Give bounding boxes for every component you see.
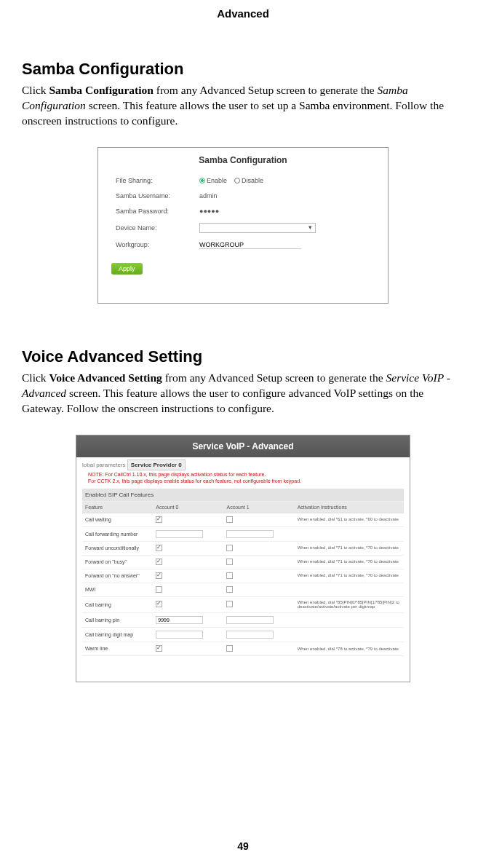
feature-cell: Call forwarding number — [82, 526, 153, 541]
checkbox-checked[interactable] — [156, 545, 162, 551]
account-1-cell — [223, 596, 294, 612]
samba-username-value[interactable]: admin — [199, 192, 218, 200]
account-1-cell — [223, 583, 294, 596]
enable-label: Enable — [207, 177, 227, 184]
table-row: Call barringWhen enabled, dial *85[PIN]0… — [82, 596, 404, 612]
samba-username-label: Samba Username: — [108, 192, 199, 200]
device-name-label: Device Name: — [108, 224, 199, 232]
text: Click — [22, 371, 49, 384]
device-name-select[interactable]: ▾ — [199, 223, 316, 233]
tab-service-provider-0[interactable]: Service Provider 0 — [127, 459, 186, 470]
samba-password-label: Samba Password: — [108, 208, 199, 215]
text-input[interactable] — [156, 616, 203, 624]
feature-cell: Call barring digit map — [82, 627, 153, 642]
text: from any Advanced Setup screen to genera… — [154, 84, 378, 96]
voip-ss-title: Service VoIP - Advanced — [76, 435, 410, 457]
voip-note: NOTE: For CallCtrl 1.10.x, this page dis… — [82, 471, 404, 484]
text-input[interactable] — [156, 530, 203, 538]
col-account-1: Account 1 — [223, 501, 294, 513]
table-row: Forward unconditionallyWhen enabled, dia… — [82, 541, 404, 555]
text-input[interactable] — [226, 616, 274, 624]
instructions-cell: When enabled, dial *71 to activate, *70 … — [295, 555, 404, 569]
table-row: Forward on "no answer"When enabled, dial… — [82, 569, 404, 583]
disable-label: Disable — [242, 177, 263, 184]
checkbox-checked[interactable] — [156, 601, 162, 607]
account-1-cell — [223, 526, 294, 541]
note-line-2: For CCTK 2.x, this page displays enable … — [88, 478, 301, 484]
checkbox-unchecked[interactable] — [226, 645, 233, 652]
account-0-cell — [153, 555, 223, 569]
feature-cell: Call barring — [82, 596, 153, 612]
feature-cell: Call barring pin — [82, 612, 153, 627]
text: screen. This feature allows the user to … — [22, 99, 444, 127]
samba-password-value[interactable]: ●●●●● — [199, 208, 219, 215]
account-0-cell — [153, 627, 223, 642]
account-1-cell — [223, 513, 294, 526]
instructions-cell — [295, 612, 404, 627]
samba-heading: Samba Configuration — [22, 60, 464, 79]
instructions-cell — [295, 583, 404, 596]
text: from any Advanced Setup screen to genera… — [162, 371, 386, 384]
col-instructions: Activation Instructions — [295, 501, 404, 513]
samba-link-text: Samba Configuration — [49, 84, 153, 96]
account-0-cell — [153, 526, 223, 541]
instructions-cell: When enabled, dial *71 to activate, *70 … — [295, 541, 404, 555]
voip-screenshot: Service VoIP - Advanced lobal parameters… — [76, 435, 410, 682]
voip-features-table: Enabled SIP Call Features Feature Accoun… — [82, 489, 404, 656]
text-input[interactable] — [156, 631, 203, 639]
checkbox-checked[interactable] — [156, 572, 162, 579]
checkbox-unchecked[interactable] — [226, 572, 233, 579]
feature-cell: Warm line — [82, 642, 153, 655]
checkbox-unchecked[interactable] — [226, 545, 233, 551]
account-1-cell — [223, 555, 294, 569]
text-input[interactable] — [226, 530, 274, 538]
account-0-cell — [153, 583, 223, 596]
table-row: Warm lineWhen enabled, dial *78 to activ… — [82, 642, 404, 655]
instructions-cell: When enabled, dial *61 to activate, *60 … — [295, 513, 404, 526]
note-line-1: NOTE: For CallCtrl 1.10.x, this page dis… — [88, 472, 266, 477]
voip-tabs: lobal parameters Service Provider 0 — [82, 462, 404, 468]
tab-global[interactable]: lobal parameters — [82, 462, 126, 468]
account-0-cell — [153, 612, 223, 627]
page-number: 49 — [0, 840, 486, 852]
radio-enable[interactable] — [199, 178, 205, 184]
workgroup-label: Workgroup: — [108, 241, 199, 248]
account-1-cell — [223, 642, 294, 655]
feature-cell: Forward on "busy" — [82, 555, 153, 569]
checkbox-unchecked[interactable] — [226, 516, 233, 523]
page-header: Advanced — [22, 7, 464, 20]
instructions-cell — [295, 526, 404, 541]
checkbox-unchecked[interactable] — [226, 601, 233, 607]
account-0-cell — [153, 541, 223, 555]
samba-screenshot: Samba Configuration File Sharing: Enable… — [97, 147, 389, 304]
section-header: Enabled SIP Call Features — [82, 489, 404, 502]
workgroup-input[interactable] — [199, 241, 301, 249]
checkbox-checked[interactable] — [156, 559, 162, 565]
file-sharing-label: File Sharing: — [108, 177, 199, 184]
text-input[interactable] — [226, 631, 274, 639]
account-1-cell — [223, 541, 294, 555]
instructions-cell: When enabled, dial *78 to activate, *79 … — [295, 642, 404, 655]
apply-button[interactable]: Apply — [111, 263, 143, 275]
account-1-cell — [223, 612, 294, 627]
table-row: Call barring digit map — [82, 627, 404, 642]
account-1-cell — [223, 569, 294, 583]
checkbox-unchecked[interactable] — [226, 559, 233, 565]
table-row: Call forwarding number — [82, 526, 404, 541]
table-row: Forward on "busy"When enabled, dial *71 … — [82, 555, 404, 569]
account-0-cell — [153, 642, 223, 655]
account-0-cell — [153, 513, 223, 526]
checkbox-unchecked[interactable] — [156, 586, 162, 593]
samba-paragraph: Click Samba Configuration from any Advan… — [22, 83, 464, 129]
checkbox-unchecked[interactable] — [226, 586, 233, 593]
account-0-cell — [153, 569, 223, 583]
feature-cell: Call waiting — [82, 513, 153, 526]
checkbox-checked[interactable] — [156, 645, 162, 652]
account-0-cell — [153, 596, 223, 612]
voice-paragraph: Click Voice Advanced Setting from any Ad… — [22, 371, 464, 417]
table-row: MWI — [82, 583, 404, 596]
text: screen. This feature allows the user to … — [22, 387, 423, 414]
feature-cell: MWI — [82, 583, 153, 596]
checkbox-checked[interactable] — [156, 516, 162, 523]
radio-disable[interactable] — [234, 178, 240, 184]
